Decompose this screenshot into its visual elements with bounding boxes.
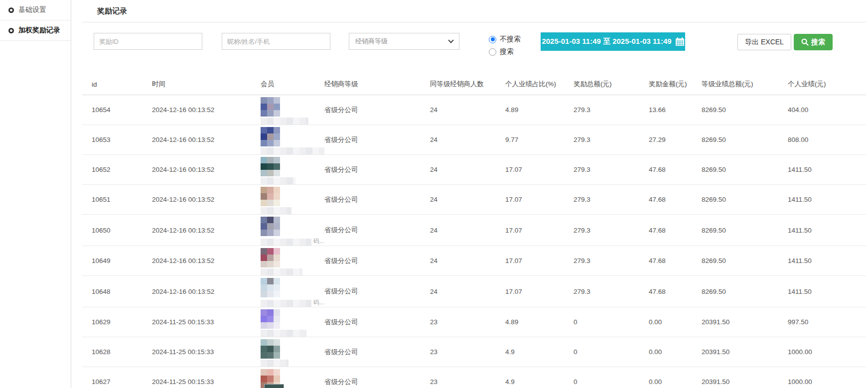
member-cell: 码...	[261, 215, 324, 246]
table-row: 106512024-12-16 00:13:52省级分公司2417.07279.…	[82, 185, 866, 215]
cell-ratio: 9.77	[505, 125, 574, 155]
cell-personal: 808.00	[788, 125, 866, 155]
cell-personal: 1411.50	[788, 185, 866, 215]
calendar-icon	[676, 37, 684, 46]
cell-peer_count: 24	[430, 185, 505, 215]
member-cell: 码...	[261, 276, 324, 307]
member-cell	[261, 307, 324, 337]
search-button[interactable]: 搜索	[794, 34, 833, 50]
member-cell	[261, 185, 324, 214]
cell-id: 10629	[82, 307, 152, 337]
col-header-reward-amount: 奖励金额(元)	[649, 76, 702, 95]
cell-level: 省级分公司	[324, 246, 430, 276]
reward-id-input[interactable]	[94, 33, 202, 50]
col-header-id: id	[82, 76, 152, 95]
main-content: 奖励记录 经销商等级 不搜索 搜索 2025-01-03 11:49 至 202…	[71, 0, 868, 388]
cell-level: 省级分公司	[324, 276, 430, 307]
cell-level: 省级分公司	[324, 95, 430, 125]
export-excel-button[interactable]: 导出 EXCEL	[737, 34, 791, 50]
table-row: 106502024-12-16 00:13:52码...省级分公司2417.07…	[82, 215, 866, 246]
sidebar-item-label: 加权奖励记录	[18, 26, 60, 35]
cell-time: 2024-12-16 00:13:52	[152, 276, 261, 307]
col-header-ratio: 个人业绩占比(%)	[505, 76, 574, 95]
col-header-level-total: 等级业绩总额(元)	[702, 76, 788, 95]
cell-member: 码...	[261, 276, 324, 307]
cell-id: 10653	[82, 125, 152, 155]
cell-time: 2024-12-16 00:13:52	[152, 95, 261, 125]
table-row: 106482024-12-16 00:13:52码...省级分公司2417.07…	[82, 276, 866, 307]
cell-time: 2024-11-25 00:15:33	[152, 337, 261, 367]
cell-level: 省级分公司	[324, 307, 430, 337]
cell-ratio: 17.07	[505, 155, 574, 185]
cell-member	[261, 185, 324, 215]
title-divider	[82, 22, 866, 22]
cell-level: 省级分公司	[324, 185, 430, 215]
table-row: 106542024-12-16 00:13:52省级分公司244.89279.3…	[82, 95, 866, 125]
nickname-input[interactable]	[222, 33, 330, 50]
dealer-level-select[interactable]: 经销商等级	[349, 33, 459, 50]
table-row: 106292024-11-25 00:15:33省级分公司234.8900.00…	[82, 307, 866, 337]
cell-peer_count: 23	[430, 307, 505, 337]
radio-no-search[interactable]: 不搜索	[489, 34, 521, 45]
table-row: 106272024-11-25 00:15:33省级分公司234.900.002…	[82, 367, 866, 388]
member-avatar	[261, 278, 280, 297]
date-range-text: 2025-01-03 11:49 至 2025-01-03 11:49	[542, 37, 671, 46]
date-range-button[interactable]: 2025-01-03 11:49 至 2025-01-03 11:49	[541, 32, 685, 51]
table-row: 106492024-12-16 00:13:52省级分公司2417.07279.…	[82, 246, 866, 276]
cell-personal: 404.00	[788, 95, 866, 125]
cell-ratio: 4.9	[505, 367, 574, 388]
reward-records-table: id 时间 会员 经销商等级 同等级经销商人数 个人业绩占比(%) 奖励总额(元…	[82, 76, 866, 388]
col-header-time: 时间	[152, 76, 261, 95]
cell-member	[261, 337, 324, 367]
search-icon	[801, 38, 809, 46]
member-name-blurred	[261, 330, 306, 337]
cell-reward_total: 0	[574, 307, 649, 337]
sidebar-item-basic-settings[interactable]: 基础设置	[0, 0, 71, 20]
cell-level_total: 20391.50	[702, 337, 788, 367]
cell-level: 省级分公司	[324, 367, 430, 388]
cell-level_total: 20391.50	[702, 367, 788, 388]
radio-unselected-icon[interactable]	[489, 48, 496, 56]
member-avatar	[261, 248, 280, 267]
table-row: 106522024-12-16 00:13:52省级分公司2417.07279.…	[82, 155, 866, 185]
cell-id: 10648	[82, 276, 152, 307]
cell-ratio: 17.07	[505, 215, 574, 246]
cell-id: 10651	[82, 185, 152, 215]
table-row: 106532024-12-16 00:13:52省级分公司249.77279.3…	[82, 125, 866, 155]
col-header-personal: 个人业绩(元)	[788, 76, 866, 95]
cell-reward_total: 279.3	[574, 276, 649, 307]
cell-reward_total: 0	[574, 337, 649, 367]
cell-personal: 1411.50	[788, 276, 866, 307]
member-name-blurred	[261, 118, 308, 125]
cell-level_total: 8269.50	[702, 155, 788, 185]
cell-peer_count: 24	[430, 125, 505, 155]
cell-time: 2024-12-16 00:13:52	[152, 246, 261, 276]
cell-reward_total: 279.3	[574, 185, 649, 215]
radio-search-label: 搜索	[500, 47, 514, 56]
cell-reward_amount: 0.00	[649, 337, 702, 367]
cell-reward_total: 279.3	[574, 125, 649, 155]
member-name-blurred	[261, 300, 311, 307]
cell-reward_amount: 47.68	[649, 276, 702, 307]
cell-ratio: 17.07	[505, 246, 574, 276]
cell-peer_count: 23	[430, 367, 505, 388]
cell-time: 2024-11-25 00:15:33	[152, 307, 261, 337]
cell-reward_amount: 27.29	[649, 125, 702, 155]
cell-ratio: 17.07	[505, 276, 574, 307]
cell-personal: 1000.00	[788, 337, 866, 367]
cell-level_total: 8269.50	[702, 246, 788, 276]
chevron-down-icon	[448, 37, 453, 43]
cell-member	[261, 95, 324, 125]
cell-id: 10654	[82, 95, 152, 125]
cell-id: 10627	[82, 367, 152, 388]
radio-search[interactable]: 搜索	[489, 46, 521, 57]
cell-personal: 1000.00	[788, 367, 866, 388]
cell-reward_amount: 47.68	[649, 155, 702, 185]
radio-selected-icon[interactable]	[489, 36, 496, 43]
cell-reward_total: 279.3	[574, 215, 649, 246]
sidebar-item-label: 基础设置	[18, 5, 46, 14]
member-name-suffix: 码...	[313, 237, 324, 246]
cell-reward_amount: 47.68	[649, 185, 702, 215]
sidebar-item-weighted-reward-records[interactable]: 加权奖励记录	[0, 20, 71, 41]
member-cell	[261, 337, 324, 367]
